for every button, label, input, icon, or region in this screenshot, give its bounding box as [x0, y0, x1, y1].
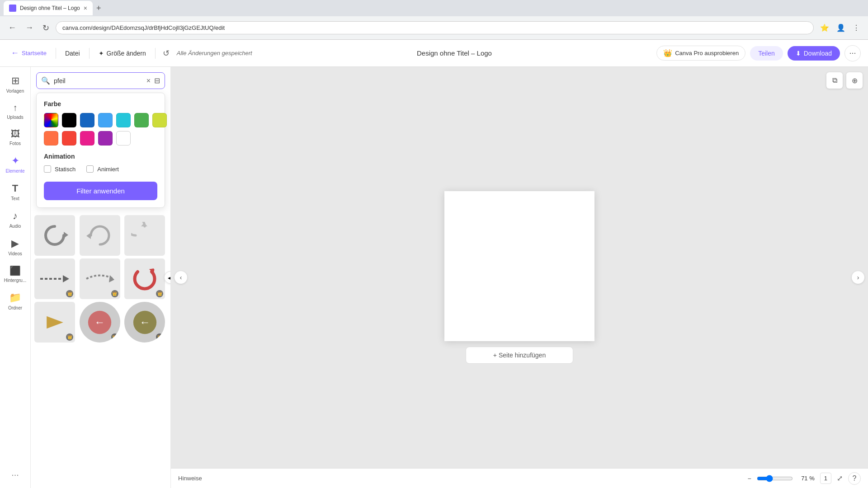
canva-pro-button[interactable]: 👑 Canva Pro ausprobieren — [656, 46, 745, 61]
color-swatch-blue-dark[interactable] — [80, 113, 94, 127]
sidebar-item-label-videos: Videos — [8, 251, 22, 256]
element-card-3[interactable] — [124, 215, 165, 256]
header-divider2 — [89, 48, 90, 59]
element-card-5[interactable]: 👑 — [80, 258, 120, 299]
element-card-2[interactable] — [80, 215, 120, 256]
text-icon: T — [12, 183, 18, 194]
share-button[interactable]: Teilen — [750, 46, 783, 61]
sidebar-item-label-ordner: Ordner — [8, 305, 22, 310]
sidebar-item-videos[interactable]: ▶ Videos — [0, 233, 30, 261]
animation-options: Statisch Animiert — [44, 165, 157, 173]
sidebar-item-elemente[interactable]: ✦ Elemente — [0, 150, 30, 178]
fullscreen-button[interactable]: ⤢ — [837, 474, 843, 483]
more-options-button[interactable]: ··· — [844, 45, 861, 61]
svg-marker-7 — [47, 316, 63, 328]
copy-page-button[interactable]: ⧉ — [826, 72, 843, 89]
autosave-status: Alle Änderungen gespeichert — [177, 50, 252, 56]
canva-pro-label: Canva Pro ausprobieren — [675, 50, 739, 56]
resize-icon: ✦ — [99, 50, 104, 57]
download-icon: ⬇ — [796, 50, 801, 57]
element-card-1[interactable] — [34, 215, 75, 256]
animiert-option[interactable]: Animiert — [86, 165, 119, 173]
color-swatch-green[interactable] — [134, 113, 149, 127]
color-swatch-multicolor[interactable] — [44, 113, 58, 127]
svg-text:←: ← — [94, 315, 105, 328]
sidebar-item-vorlagen[interactable]: ⊞ Vorlagen — [0, 70, 30, 98]
undo-button[interactable]: ↺ — [161, 47, 171, 60]
home-button[interactable]: ← Startseite — [7, 47, 50, 60]
add-element-button[interactable]: ⊕ — [846, 72, 863, 89]
element-card-4[interactable]: 👑 — [34, 258, 75, 299]
menu-button[interactable]: ⋮ — [850, 22, 863, 34]
zoom-minus-icon: − — [748, 475, 751, 482]
color-swatch-white[interactable] — [116, 131, 131, 145]
sidebar-item-label-hintergrund: Hintergru... — [4, 278, 26, 283]
forward-button[interactable]: → — [23, 21, 36, 34]
filter-dropdown: Farbe An — [36, 93, 165, 208]
canvas-nav-right-button[interactable]: › — [852, 271, 864, 284]
sidebar-item-label-elemente: Elemente — [5, 169, 24, 174]
header-divider3 — [155, 48, 156, 59]
active-tab[interactable]: Design ohne Titel – Logo × — [4, 1, 93, 15]
color-swatch-orange[interactable] — [44, 131, 58, 145]
resize-button[interactable]: ✦ Größe ändern — [95, 48, 150, 59]
sidebar-item-hintergrund[interactable]: ⬛ Hintergru... — [0, 261, 30, 287]
statisch-option[interactable]: Statisch — [44, 165, 75, 173]
sidebar-item-label-vorlagen: Vorlagen — [6, 89, 24, 94]
animiert-checkbox[interactable] — [86, 165, 94, 173]
profile-button[interactable]: 👤 — [834, 22, 848, 34]
search-bar-container: 🔍 × ⊟ — [31, 67, 170, 93]
animiert-label: Animiert — [97, 166, 119, 173]
search-filter-button[interactable]: ⊟ — [154, 76, 160, 85]
tab-close-button[interactable]: × — [84, 5, 87, 12]
sidebar-item-label-fotos: Fotos — [9, 141, 21, 146]
sidebar-item-label-text: Text — [11, 196, 19, 201]
sidebar-more-button[interactable]: ··· — [7, 465, 24, 484]
statisch-checkbox[interactable] — [44, 165, 51, 173]
extensions-button[interactable]: ⭐ — [817, 22, 832, 34]
element-card-6[interactable]: 👑 — [124, 258, 165, 299]
new-tab-button[interactable]: + — [94, 4, 103, 13]
color-swatch-red[interactable] — [62, 131, 76, 145]
file-menu-button[interactable]: Datei — [61, 48, 84, 59]
search-icon: 🔍 — [41, 76, 50, 85]
resize-label: Größe ändern — [107, 50, 146, 57]
search-clear-button[interactable]: × — [146, 77, 151, 85]
sidebar-item-fotos[interactable]: 🖼 Fotos — [0, 124, 30, 150]
reload-button[interactable]: ↻ — [40, 21, 52, 35]
svg-marker-0 — [64, 232, 68, 238]
premium-badge-5: 👑 — [111, 290, 118, 297]
zoom-percent: 71 % — [798, 475, 815, 482]
color-swatch-yellow-green[interactable] — [152, 113, 167, 127]
back-button[interactable]: ← — [5, 21, 19, 34]
download-button[interactable]: ⬇ Download — [788, 46, 840, 61]
search-input[interactable] — [54, 77, 143, 84]
address-bar[interactable]: canva.com/design/DAEdomzsqJ/drBfjHdCojll… — [56, 21, 814, 34]
sidebar-item-audio[interactable]: ♪ Audio — [0, 206, 30, 233]
apply-filter-button[interactable]: Filter anwenden — [44, 182, 157, 200]
main-area: ⊞ Vorlagen ↑ Uploads 🖼 Fotos ✦ Elemente … — [0, 67, 868, 488]
premium-badge-9: 👑 — [156, 333, 163, 341]
color-swatch-purple[interactable] — [98, 131, 113, 145]
elements-scroll[interactable]: 👑 👑 👑 — [31, 211, 170, 488]
premium-badge-4: 👑 — [66, 290, 73, 297]
color-swatch-blue-light[interactable] — [98, 113, 113, 127]
canvas-page[interactable] — [444, 191, 594, 341]
canvas-nav-left-button[interactable]: ‹ — [175, 271, 187, 284]
header-divider — [56, 48, 56, 59]
element-card-8[interactable]: ← 👑 — [80, 302, 120, 343]
sidebar-item-uploads[interactable]: ↑ Uploads — [0, 98, 30, 124]
color-swatch-cyan[interactable] — [116, 113, 131, 127]
help-button[interactable]: ? — [848, 472, 861, 485]
header-center: Design ohne Titel – Logo — [258, 49, 651, 57]
canva-app: ← Startseite Datei ✦ Größe ändern ↺ Alle… — [0, 40, 868, 488]
sidebar-item-ordner[interactable]: 📁 Ordner — [0, 287, 30, 315]
color-swatch-pink[interactable] — [80, 131, 94, 145]
zoom-slider[interactable] — [757, 475, 793, 482]
element-card-7[interactable]: 👑 — [34, 302, 75, 343]
color-swatch-black[interactable] — [62, 113, 76, 127]
element-card-9[interactable]: ← 👑 — [124, 302, 165, 343]
svg-text:←: ← — [139, 315, 150, 328]
add-page-button[interactable]: + Seite hinzufügen — [466, 347, 573, 364]
sidebar-item-text[interactable]: T Text — [0, 178, 30, 206]
